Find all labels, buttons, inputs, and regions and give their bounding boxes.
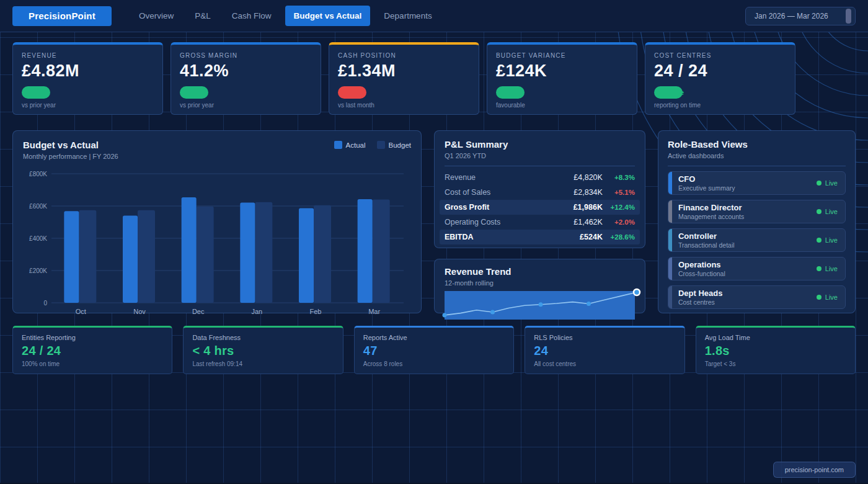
revenue-trend-panel: Revenue Trend 12-month rolling [434, 259, 645, 313]
pnl-row-delta: +12.4% [603, 204, 635, 211]
kpi-change-badge: on time [654, 86, 683, 99]
pnl-summary-panel: P&L Summary Q1 2026 YTD Revenue £4,820K … [434, 130, 645, 248]
role-description: Transactional detail [678, 241, 817, 249]
legend-swatch-icon [377, 141, 385, 149]
roles-divider [668, 166, 846, 166]
date-range-label: Jan 2026 — Mar 2026 [755, 12, 846, 20]
role-name: Finance Director [678, 203, 817, 212]
role-text: Operations Cross-functional [672, 258, 817, 280]
pnl-row: EBITDA £524K +28.6% [440, 230, 640, 244]
legend-label: Actual [346, 141, 366, 149]
kpi-label: COST CENTRES [654, 52, 786, 59]
pnl-title: P&L Summary [445, 139, 635, 150]
kpi-card: COST CENTRES 24 / 24 on time reporting o… [645, 42, 795, 115]
stats-row: Entities Reporting 24 / 24 100% on time … [12, 326, 856, 374]
middle-column: P&L Summary Q1 2026 YTD Revenue £4,820K … [434, 130, 645, 313]
nav-item[interactable]: Cash Flow [224, 6, 279, 26]
date-range-handle-icon[interactable] [846, 9, 851, 24]
nav-item[interactable]: P&L [187, 6, 218, 26]
role-status: Live [817, 200, 845, 223]
roles-subtitle: Active dashboards [668, 152, 846, 159]
role-status: Live [817, 229, 845, 251]
pnl-row-value: £524K [562, 233, 603, 241]
role-description: Cross-functional [678, 270, 817, 277]
role-item[interactable]: Operations Cross-functional Live [668, 257, 846, 280]
kpi-card: GROSS MARGIN 41.2% +0.8pp vs prior year [170, 42, 321, 115]
svg-text:Oct: Oct [76, 308, 86, 315]
role-name: CFO [678, 174, 817, 184]
nav-item[interactable]: Departments [376, 6, 439, 26]
pnl-subtitle: Q1 2026 YTD [445, 152, 635, 159]
svg-text:£600K: £600K [29, 203, 47, 210]
kpi-label: CASH POSITION [338, 52, 470, 59]
pnl-row-value: £1,986K [562, 203, 603, 212]
pnl-row-delta: +2.0% [603, 218, 635, 226]
chart-legend: Actual Budget [334, 141, 411, 149]
kpi-sublabel: vs prior year [22, 102, 154, 109]
role-description: Management accounts [678, 213, 817, 220]
role-text: CFO Executive summary [672, 172, 817, 194]
role-name: Dept Heads [678, 289, 817, 298]
main-nav: Overview P&L Cash Flow Budget vs Actual … [131, 6, 440, 26]
kpi-row: REVENUE £4.82M +8.3% vs prior year GROSS… [12, 42, 795, 115]
legend-entry: Actual [334, 141, 366, 149]
kpi-sublabel: vs prior year [180, 102, 312, 109]
date-range-picker[interactable]: Jan 2026 — Mar 2026 [745, 7, 856, 25]
stat-value: 24 / 24 [22, 344, 163, 358]
svg-text:Feb: Feb [310, 308, 322, 315]
svg-text:Mar: Mar [368, 308, 380, 315]
budget-actual-chart[interactable]: £800K£600K£400K£200K0OctNovDecJanFebMar [23, 165, 412, 321]
kpi-card: CASH POSITION £1.34M -£86K vs last month [329, 42, 479, 115]
live-dot-icon [817, 295, 822, 300]
stat-label: Data Freshness [192, 334, 334, 341]
nav-item[interactable]: Budget vs Actual [285, 6, 371, 26]
role-name: Controller [678, 231, 817, 241]
site-domain-label: precision-point.com [785, 466, 844, 473]
live-label: Live [825, 179, 838, 187]
svg-text:£800K: £800K [29, 171, 47, 177]
pnl-row-label: EBITDA [445, 233, 562, 241]
pnl-row-delta: +5.1% [603, 189, 635, 196]
brand-logo[interactable]: PrecisionPoint [12, 6, 112, 26]
live-label: Live [825, 294, 838, 301]
nav-item[interactable]: Overview [131, 6, 181, 26]
live-label: Live [825, 208, 838, 215]
legend-entry: Budget [377, 141, 411, 149]
svg-text:£200K: £200K [29, 267, 47, 274]
pnl-rows: Revenue £4,820K +8.3% Cost of Sales £2,8… [440, 170, 640, 244]
stat-value: 1.8s [705, 344, 846, 358]
role-item[interactable]: Controller Transactional detail Live [668, 228, 846, 252]
svg-text:£400K: £400K [29, 235, 47, 242]
stat-sublabel: All cost centres [534, 361, 675, 367]
legend-label: Budget [389, 141, 411, 149]
role-item[interactable]: Dept Heads Cost centres Live [668, 285, 846, 309]
live-label: Live [825, 236, 838, 244]
stat-card: Avg Load Time 1.8s Target < 3s [696, 326, 856, 374]
pnl-row-label: Revenue [445, 173, 562, 182]
revenue-trend-chart[interactable] [445, 291, 637, 320]
role-item[interactable]: CFO Executive summary Live [668, 171, 846, 195]
role-text: Dept Heads Cost centres [672, 286, 817, 308]
pnl-row: Operating Costs £1,462K +2.0% [440, 215, 640, 230]
kpi-sublabel: favourable [496, 102, 628, 109]
kpi-sublabel: reporting on time [654, 102, 786, 109]
role-description: Cost centres [678, 298, 817, 306]
svg-text:Jan: Jan [251, 308, 262, 315]
role-item[interactable]: Finance Director Management accounts Liv… [668, 200, 846, 223]
kpi-label: GROSS MARGIN [180, 52, 312, 59]
pnl-row-label: Gross Profit [445, 203, 562, 212]
kpi-value: £124K [496, 61, 628, 81]
kpi-value: 24 / 24 [654, 61, 786, 81]
kpi-card: REVENUE £4.82M +8.3% vs prior year [12, 42, 163, 115]
live-dot-icon [817, 238, 822, 243]
role-description: Executive summary [678, 184, 817, 192]
stat-value: 47 [363, 344, 505, 358]
legend-swatch-icon [334, 141, 342, 149]
stat-card: Reports Active 47 Across 8 roles [354, 326, 514, 374]
kpi-change-badge: -£86K [338, 86, 366, 99]
role-status: Live [817, 172, 845, 194]
pnl-divider [445, 166, 635, 166]
stat-card: Data Freshness < 4 hrs Last refresh 09:1… [183, 326, 343, 374]
kpi-change-badge: +2.6% [496, 86, 525, 99]
site-domain-link[interactable]: precision-point.com [773, 462, 856, 478]
